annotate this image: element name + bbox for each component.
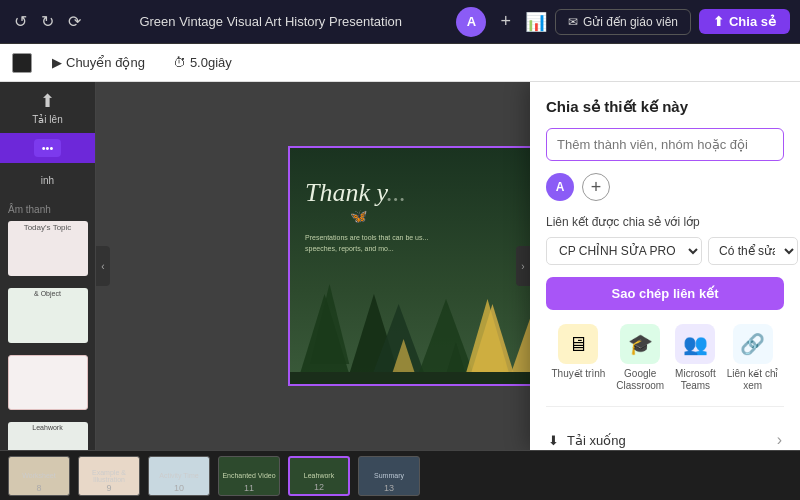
thumb-2-label: & Object	[8, 288, 88, 299]
film-slide-11-num: 11	[244, 483, 254, 493]
filmstrip: Worksheet 8 Example & Illustration 9 Act…	[0, 450, 800, 500]
ms-teams-item[interactable]: 👥 MicrosoftTeams	[675, 324, 716, 392]
panel-link-label: Liên kết được chia sẻ với lớp	[546, 215, 784, 229]
film-slide-10[interactable]: Activity Time 10	[148, 456, 210, 496]
share-icon: ⬆	[713, 14, 724, 29]
svg-marker-4	[418, 299, 473, 374]
sidebar-thumb-1[interactable]: Today's Topic	[0, 217, 95, 284]
panel-link-row: CP CHỈNH SỬA PRO Có thể sửa Chỉ xem	[546, 237, 784, 265]
share-icons-row: 🖥 Thuyết trình 🎓 GoogleClassroom 👥 Micro…	[546, 324, 784, 407]
document-title: Green Vintage Visual Art History Present…	[93, 14, 448, 29]
google-classroom-icon: 🎓	[620, 324, 660, 364]
film-slide-12[interactable]: Leahwork 12	[288, 456, 350, 496]
view-only-link-item[interactable]: 🔗 Liên kết chỉxem	[727, 324, 779, 392]
present-share-item[interactable]: 🖥 Thuyết trình	[552, 324, 606, 392]
panel-collapse-button[interactable]: ›	[516, 246, 530, 286]
animation-icon: ▶	[52, 55, 62, 70]
film-slide-8-label: Worksheet	[22, 472, 55, 479]
upload-icon: ⬆	[40, 90, 55, 112]
film-slide-10-label: Activity Time	[159, 472, 198, 479]
sidebar: ⬆ Tải lên ••• inh Âm thanh Today's Topic…	[0, 82, 96, 450]
google-classroom-item[interactable]: 🎓 GoogleClassroom	[616, 324, 664, 392]
film-slide-12-num: 12	[314, 482, 324, 492]
add-collaborator-button[interactable]: +	[494, 9, 517, 34]
sidebar-thumb-3[interactable]	[0, 351, 95, 418]
ms-teams-label: MicrosoftTeams	[675, 368, 716, 392]
panel-add-member-button[interactable]: +	[582, 173, 610, 201]
canvas-area: ‹ Thank y... Presentations are tools tha…	[96, 82, 800, 450]
header: ↺ ↻ ⟳ Green Vintage Visual Art History P…	[0, 0, 800, 44]
sidebar-collapse-button[interactable]: ‹	[96, 246, 110, 286]
sidebar-purple-section: •••	[0, 133, 95, 163]
ms-teams-icon: 👥	[675, 324, 715, 364]
film-slide-9-label: Example & Illustration	[79, 469, 139, 483]
film-slide-11[interactable]: Enchanted Video 11	[218, 456, 280, 496]
sidebar-thumb-2[interactable]: & Object	[0, 284, 95, 351]
sync-button[interactable]: ⟳	[64, 8, 85, 35]
sidebar-item-upload[interactable]: ⬆ Tải lên	[0, 82, 95, 133]
send-icon: ✉	[568, 15, 578, 29]
sidebar-thumb-4[interactable]: Leahwork	[0, 418, 95, 450]
sidebar-inh-label: inh	[37, 171, 58, 190]
send-teacher-label: Gửi đến giáo viên	[583, 15, 678, 29]
download-action-left: ⬇ Tải xuống	[548, 433, 626, 448]
sidebar-item-inh[interactable]: inh	[0, 163, 95, 198]
thumb-1-label: Today's Topic	[8, 221, 88, 234]
link-type-select[interactable]: CP CHỈNH SỬA PRO	[546, 237, 702, 265]
film-slide-10-num: 10	[174, 483, 184, 493]
film-slide-8-num: 8	[36, 483, 41, 493]
animation-label: Chuyển động	[66, 55, 145, 70]
film-slide-9-num: 9	[106, 483, 111, 493]
sidebar-dots-button[interactable]: •••	[34, 139, 62, 157]
send-teacher-button[interactable]: ✉ Gửi đến giáo viên	[555, 9, 691, 35]
thank-you-text: Thank y...	[305, 178, 406, 208]
header-left: ↺ ↻ ⟳	[10, 8, 85, 35]
permission-select[interactable]: Có thể sửa Chỉ xem	[708, 237, 798, 265]
google-classroom-label: GoogleClassroom	[616, 368, 664, 392]
film-slide-13-label: Summary	[374, 472, 404, 479]
film-slide-13-num: 13	[384, 483, 394, 493]
download-action[interactable]: ⬇ Tải xuống ›	[546, 421, 784, 450]
film-slide-11-label: Enchanted Video	[222, 472, 275, 479]
film-slide-12-label: Leahwork	[304, 472, 334, 479]
butterfly-decoration: 🦋	[350, 208, 367, 224]
main-area: ⬆ Tải lên ••• inh Âm thanh Today's Topic…	[0, 82, 800, 450]
header-right: A + 📊 ✉ Gửi đến giáo viên ⬆ Chia sẻ	[456, 7, 790, 37]
user-avatar[interactable]: A	[456, 7, 486, 37]
panel-title: Chia sẻ thiết kế này	[546, 98, 784, 116]
copy-link-button[interactable]: Sao chép liên kết	[546, 277, 784, 310]
view-only-link-label: Liên kết chỉxem	[727, 368, 779, 392]
animation-button[interactable]: ▶ Chuyển động	[44, 51, 153, 74]
member-search-input[interactable]	[546, 128, 784, 161]
film-slide-8[interactable]: Worksheet 8	[8, 456, 70, 496]
panel-avatar: A	[546, 173, 574, 201]
share-button[interactable]: ⬆ Chia sẻ	[699, 9, 790, 34]
download-arrow-icon: ›	[777, 431, 782, 449]
present-share-icon: 🖥	[558, 324, 598, 364]
thumb-4-label: Leahwork	[8, 422, 88, 433]
clock-icon: ⏱	[173, 55, 186, 70]
share-label: Chia sẻ	[729, 14, 776, 29]
timer-label: 5.0giây	[190, 55, 232, 70]
share-panel: Chia sẻ thiết kế này A + Liên kết được c…	[530, 82, 800, 450]
svg-marker-6	[463, 299, 512, 384]
undo-button[interactable]: ↺	[10, 8, 31, 35]
sidebar-sound-label: Âm thanh	[0, 198, 95, 217]
timer-button[interactable]: ⏱ 5.0giây	[165, 51, 240, 74]
color-swatch[interactable]	[12, 53, 32, 73]
present-share-label: Thuyết trình	[552, 368, 606, 380]
view-only-link-icon: 🔗	[733, 324, 773, 364]
panel-user-row: A +	[546, 173, 784, 201]
download-icon: ⬇	[548, 433, 559, 448]
toolbar: ▶ Chuyển động ⏱ 5.0giây	[0, 44, 800, 82]
download-label: Tải xuống	[567, 433, 626, 448]
film-slide-13[interactable]: Summary 13	[358, 456, 420, 496]
film-slide-9[interactable]: Example & Illustration 9	[78, 456, 140, 496]
sidebar-upload-label: Tải lên	[32, 114, 62, 125]
redo-button[interactable]: ↻	[37, 8, 58, 35]
chart-icon: 📊	[525, 11, 547, 33]
